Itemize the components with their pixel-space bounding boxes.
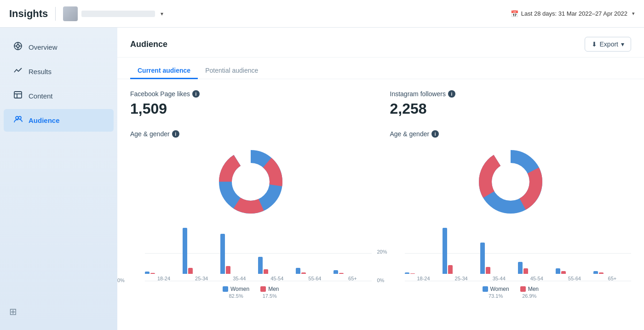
instagram-bars	[405, 228, 632, 274]
account-selector[interactable]: ▾	[63, 6, 163, 21]
svg-point-1	[17, 45, 19, 47]
tab-current-audience[interactable]: Current audience	[130, 63, 198, 79]
calendar-icon: 📅	[511, 10, 518, 17]
facebook-info-icon[interactable]: i	[192, 90, 200, 98]
sidebar-item-content[interactable]: Content	[4, 85, 114, 107]
instagram-stat-value: 2,258	[390, 100, 632, 117]
sidebar-item-overview[interactable]: Overview	[4, 36, 114, 58]
men-bar	[599, 272, 604, 274]
facebook-age-gender-info-icon[interactable]: i	[172, 130, 179, 138]
women-bar	[334, 270, 338, 274]
legend-women-ig: Women 73.1%	[483, 286, 509, 299]
bar-group	[480, 243, 518, 274]
legend-men-fb: Men 17.5%	[260, 286, 279, 299]
men-bar	[339, 273, 344, 274]
sidebar-toggle-icon[interactable]: ⊞	[9, 307, 17, 317]
instagram-donut-chart	[390, 145, 632, 219]
bar-group	[405, 272, 443, 274]
content-header: Audience ⬇ Export ▾	[117, 28, 644, 58]
results-icon	[13, 66, 23, 77]
sidebar: Overview Results Content	[0, 28, 117, 330]
instagram-age-gender-title: Age & gender i	[390, 130, 632, 138]
bar-group	[556, 268, 593, 274]
y-label-0-ig: 0%	[377, 278, 385, 283]
instagram-stat-block: Instagram followers i 2,258	[390, 90, 632, 117]
sidebar-label-results: Results	[29, 68, 52, 75]
instagram-chart-block: Age & gender i	[390, 130, 632, 299]
bar-group	[258, 257, 296, 274]
women-bar	[593, 271, 598, 274]
men-bar	[301, 272, 306, 274]
instagram-age-gender-info-icon[interactable]: i	[431, 130, 439, 138]
men-bar	[523, 268, 528, 274]
y-label-20-ig: 20%	[377, 249, 387, 255]
instagram-bar-chart: 20% 0% 18-2425-3435-4445-5455-6465+	[390, 228, 632, 281]
export-button[interactable]: ⬇ Export ▾	[585, 37, 631, 52]
bar-group	[518, 262, 556, 274]
app-title: Insights	[9, 8, 48, 20]
instagram-legend: Women 73.1% Men 26.9%	[390, 286, 632, 299]
sidebar-footer: ⊞	[0, 301, 117, 323]
download-icon: ⬇	[592, 41, 597, 48]
gridline-0-ig	[405, 281, 632, 281]
tab-potential-audience[interactable]: Potential audience	[198, 63, 265, 79]
svg-point-10	[18, 116, 21, 119]
svg-rect-6	[14, 92, 22, 98]
women-bar	[296, 268, 300, 274]
date-range-chevron-icon: ▾	[632, 11, 635, 17]
women-dot-ig	[483, 286, 488, 292]
women-bar	[405, 272, 409, 274]
facebook-donut-chart	[130, 145, 372, 219]
date-range-label: Last 28 days: 31 Mar 2022–27 Apr 2022	[521, 10, 627, 17]
svg-point-16	[492, 163, 529, 200]
women-bar	[145, 272, 150, 274]
men-bar	[561, 271, 566, 274]
women-bar	[258, 257, 263, 274]
instagram-info-icon[interactable]: i	[448, 90, 455, 98]
account-name	[81, 11, 155, 17]
content-icon	[13, 90, 23, 102]
sidebar-item-audience[interactable]: Audience	[4, 109, 114, 132]
sidebar-item-results[interactable]: Results	[4, 60, 114, 83]
men-dot-ig	[520, 286, 526, 292]
account-avatar	[63, 6, 78, 21]
date-range-selector[interactable]: 📅 Last 28 days: 31 Mar 2022–27 Apr 2022 …	[511, 10, 635, 17]
facebook-stat-label: Facebook Page likes i	[130, 90, 372, 98]
facebook-bar-chart: 0% 18-2425-3435-4445-5455-6465+	[130, 228, 372, 281]
main-content: Audience ⬇ Export ▾ Current audience Pot…	[117, 28, 644, 330]
audience-tabs: Current audience Potential audience	[117, 58, 644, 79]
bar-group	[220, 234, 258, 274]
bar-group	[296, 268, 334, 274]
sidebar-label-overview: Overview	[29, 43, 58, 51]
legend-men-ig: Men 26.9%	[520, 286, 539, 299]
charts-section: Age & gender i	[117, 123, 644, 308]
men-bar	[448, 265, 453, 274]
bar-group	[183, 228, 220, 274]
men-bar	[264, 269, 268, 274]
legend-women-fb: Women 82.5%	[223, 286, 249, 299]
chevron-down-icon: ▾	[161, 11, 163, 17]
header-divider	[55, 7, 56, 21]
bar-group	[593, 271, 631, 274]
women-dot-fb	[223, 286, 228, 292]
women-bar	[443, 228, 447, 274]
men-bar	[410, 273, 415, 274]
men-bar	[226, 266, 230, 274]
sidebar-label-content: Content	[29, 92, 53, 100]
overview-icon	[13, 41, 23, 53]
men-dot-fb	[260, 286, 266, 292]
facebook-bars	[145, 228, 372, 274]
women-bar	[183, 228, 187, 274]
facebook-stat-value: 1,509	[130, 100, 372, 117]
header: Insights ▾ 📅 Last 28 days: 31 Mar 2022–2…	[0, 0, 644, 28]
men-bar	[486, 267, 490, 274]
export-chevron-icon: ▾	[621, 41, 624, 48]
men-bar	[150, 273, 155, 274]
bar-group	[443, 228, 480, 274]
sidebar-label-audience: Audience	[29, 116, 60, 124]
women-bar	[220, 234, 225, 274]
facebook-legend: Women 82.5% Men 17.5%	[130, 286, 372, 299]
svg-point-9	[16, 116, 18, 119]
section-title: Audience	[130, 40, 167, 49]
stats-row: Facebook Page likes i 1,509 Instagram fo…	[117, 79, 644, 123]
